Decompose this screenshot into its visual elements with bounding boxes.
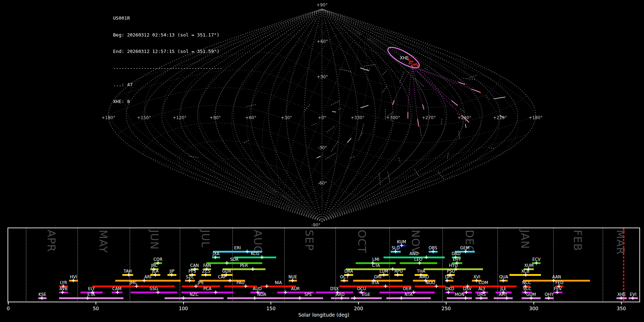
shower-peak-marker: +: [446, 289, 451, 296]
month-gridline: [389, 228, 390, 301]
shower-peak-marker: +: [479, 294, 483, 302]
activity-timeline-chart: APRMAYJUNJULAUGSEPOCTNOVDECJANFEBMARKUM+…: [0, 228, 644, 322]
shower-peak-marker: +: [40, 294, 44, 302]
shower-peak-marker: +: [127, 271, 131, 278]
shower-peak-marker: +: [434, 283, 439, 290]
month-gridline: [602, 228, 603, 301]
axis-tick: [183, 302, 184, 304]
month-gridline: [130, 228, 130, 301]
shower-code-label: CTA: [372, 263, 380, 268]
shower-peak-marker: +: [546, 294, 551, 302]
month-gridline: [26, 228, 26, 301]
observation-header: US001R Beg: 20260312 02:54:13 (sol = 351…: [113, 4, 222, 115]
axis-tick-label: 350: [617, 306, 626, 311]
shower-code-label: COM: [479, 280, 488, 285]
shower-peak-marker: +: [60, 289, 65, 296]
shower-peak-marker: +: [85, 294, 90, 302]
month-label: JUN: [148, 230, 161, 250]
shower-peak-marker: +: [203, 271, 208, 278]
shower-peak-marker: +: [245, 248, 250, 255]
station-id: US001R: [113, 15, 222, 21]
shower-peak-marker: +: [244, 283, 248, 290]
shower-code-label: SDA: [230, 257, 239, 262]
shower-peak-marker: +: [463, 294, 468, 302]
x-axis-title: Solar longitude (deg): [298, 312, 350, 318]
shower-peak-marker: +: [383, 283, 388, 290]
shower-peak-marker: +: [169, 271, 174, 278]
shower-peak-marker: +: [153, 271, 157, 278]
axis-tick-label: 300: [529, 306, 538, 311]
shower-code-label: NOO: [426, 280, 435, 285]
begin-time-line: Beg: 20260312 02:54:13 (sol = 351.17°): [113, 32, 222, 38]
shower-peak-marker: +: [431, 248, 435, 255]
month-label: JAN: [519, 230, 531, 249]
month-gridline: [232, 228, 233, 301]
shower-peak-marker: +: [213, 254, 218, 261]
axis-tick-label: 150: [266, 306, 275, 311]
shower-peak-marker: +: [297, 294, 302, 302]
shower-bar: [92, 286, 175, 287]
shower-bar: [415, 286, 446, 287]
shower-code-label: OER: [403, 287, 411, 291]
axis-tick-label: 250: [441, 306, 451, 311]
axis-tick-label: 0: [7, 306, 10, 311]
shower-peak-marker: +: [142, 277, 147, 284]
shower-peak-marker: +: [181, 294, 186, 302]
shower-peak-marker: +: [463, 248, 468, 255]
shower-bar: [447, 297, 472, 299]
shower-peak-marker: +: [381, 271, 386, 278]
month-label: APR: [45, 230, 58, 252]
shower-peak-marker: +: [399, 294, 404, 302]
shower-peak-marker: +: [135, 283, 139, 290]
shower-peak-marker: +: [619, 294, 624, 302]
axis-tick: [96, 302, 96, 304]
axis-tick: [358, 302, 359, 304]
shower-peak-marker: +: [523, 271, 528, 278]
shower-code-label: AND: [409, 252, 418, 256]
month-label: FEB: [571, 230, 584, 251]
shower-code-label: SPE: [304, 292, 312, 297]
shower-peak-marker: +: [534, 259, 539, 267]
shower-bar: [316, 292, 353, 293]
current-sol-line: [624, 228, 624, 301]
shower-peak-marker: +: [194, 283, 199, 290]
axis-tick: [8, 302, 9, 304]
shower-peak-marker: +: [290, 277, 295, 284]
shower-code-label: NZC: [190, 292, 199, 297]
month-label: SEP: [303, 230, 316, 251]
shower-code-label: KCG: [251, 252, 259, 256]
shower-peak-marker: +: [225, 259, 229, 267]
shower-peak-marker: +: [260, 254, 264, 261]
shower-peak-marker: +: [504, 294, 509, 302]
axis-tick: [270, 302, 271, 304]
month-gridline: [180, 228, 180, 301]
shower-bar: [181, 292, 234, 293]
shower-bar: [206, 262, 262, 264]
shower-bar: [182, 286, 220, 287]
shower-peak-marker: +: [424, 254, 429, 261]
shower-code-label: STA: [371, 280, 379, 285]
axis-tick-label: 50: [93, 306, 99, 311]
shower-bar: [165, 297, 224, 299]
axis-tick-label: 100: [179, 306, 188, 311]
shower-bar: [224, 286, 257, 287]
month-label: OCT: [356, 230, 368, 253]
shower-bar: [234, 257, 276, 258]
shower-code-label: NDA: [257, 292, 266, 297]
shower-bar: [115, 280, 181, 282]
shower-bar: [59, 297, 123, 299]
shower-peak-marker: +: [250, 265, 255, 273]
shower-peak-marker: +: [339, 294, 344, 302]
month-gridline: [442, 228, 443, 301]
shower-code-label: AUR: [291, 287, 300, 291]
sporadic-count-line: ...: 47: [113, 82, 222, 88]
shower-peak-marker: +: [213, 289, 218, 296]
axis-tick: [446, 302, 447, 304]
shower-peak-marker: +: [253, 294, 257, 302]
shower-code-label: CAP: [218, 275, 226, 279]
shower-bar: [227, 297, 296, 299]
shower-peak-marker: +: [228, 277, 233, 284]
month-label: NOV: [409, 230, 422, 254]
shower-peak-marker: +: [393, 248, 398, 255]
shower-peak-marker: +: [264, 283, 269, 290]
